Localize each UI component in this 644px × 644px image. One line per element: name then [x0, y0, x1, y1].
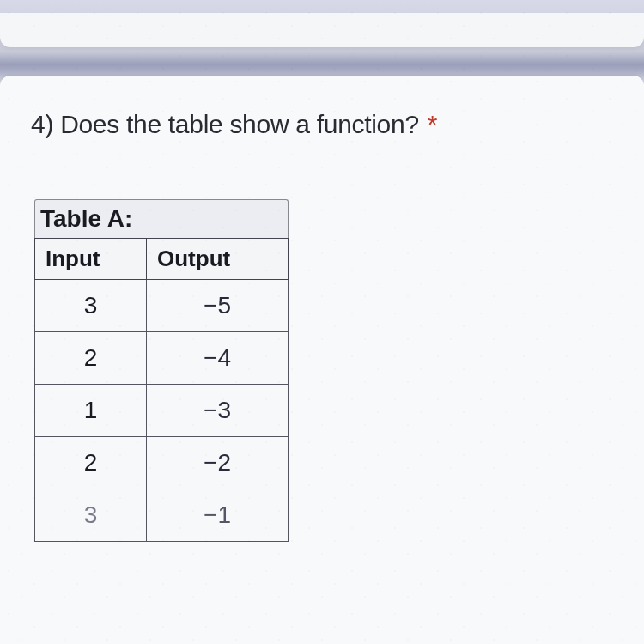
cell-input: 3: [35, 280, 147, 332]
table-container: Table A: Input Output 3 −5 2 −4 1: [34, 199, 613, 542]
cell-output: −5: [147, 280, 289, 332]
cell-input: 2: [35, 332, 147, 385]
cell-input: 2: [35, 437, 147, 489]
cell-output: −4: [147, 332, 289, 385]
function-table: Input Output 3 −5 2 −4 1 −3 2: [34, 238, 289, 542]
question-text: 4) Does the table show a function? *: [31, 110, 613, 139]
question-body: Does the table show a function?: [60, 110, 419, 138]
table-header-row: Input Output: [35, 239, 289, 280]
cell-input: 1: [35, 385, 147, 437]
table-row: 2 −2: [35, 437, 289, 489]
table-row: 3 −5: [35, 280, 289, 332]
cell-output: −3: [147, 385, 289, 437]
table-title: Table A:: [34, 199, 289, 238]
question-card: 4) Does the table show a function? * Tab…: [0, 76, 644, 644]
cell-input: 3: [35, 489, 147, 542]
table-row: 3 −1: [35, 489, 289, 542]
table-row: 1 −3: [35, 385, 289, 437]
header-input: Input: [35, 239, 147, 280]
table-row: 2 −4: [35, 332, 289, 385]
question-number: 4): [31, 110, 53, 138]
required-asterisk: *: [428, 110, 437, 138]
previous-card-edge: [0, 13, 644, 47]
header-output: Output: [147, 239, 289, 280]
cell-output: −1: [147, 489, 289, 542]
cell-output: −2: [147, 437, 289, 489]
